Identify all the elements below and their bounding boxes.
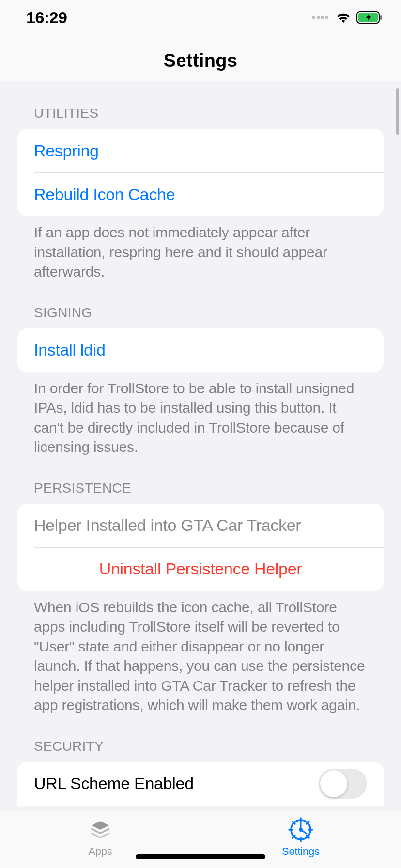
url-scheme-toggle[interactable]	[319, 769, 367, 799]
security-group: URL Scheme Enabled	[17, 762, 384, 806]
uninstall-persistence-button[interactable]: Uninstall Persistence Helper	[17, 547, 384, 591]
status-time: 16:29	[26, 8, 67, 27]
status-icons	[312, 11, 384, 24]
status-bar: 16:29	[0, 0, 401, 35]
section-header-persistence: PERSISTENCE	[0, 480, 401, 504]
battery-charging-icon	[356, 11, 384, 24]
signing-footer: In order for TrollStore to be able to in…	[0, 372, 401, 457]
signing-group: Install ldid	[17, 328, 384, 372]
section-header-utilities: UTILITIES	[0, 106, 401, 129]
url-scheme-cell[interactable]: URL Scheme Enabled	[17, 762, 384, 806]
rebuild-icon-cache-button[interactable]: Rebuild Icon Cache	[17, 172, 384, 216]
wifi-icon	[335, 11, 352, 24]
section-header-security: SECURITY	[0, 739, 401, 762]
persistence-status-cell: Helper Installed into GTA Car Tracker	[17, 504, 384, 547]
respring-button[interactable]: Respring	[17, 129, 384, 172]
settings-list[interactable]: UTILITIES Respring Rebuild Icon Cache If…	[0, 81, 401, 811]
home-indicator[interactable]	[136, 854, 265, 859]
switch-knob	[320, 770, 347, 797]
svg-line-14	[301, 830, 307, 834]
signing-section: SIGNING Install ldid In order for TrollS…	[0, 305, 401, 457]
tab-apps[interactable]: Apps	[0, 811, 200, 868]
rebuild-label: Rebuild Icon Cache	[34, 185, 175, 204]
persistence-footer: When iOS rebuilds the icon cache, all Tr…	[0, 591, 401, 715]
tab-settings[interactable]: Settings	[200, 811, 401, 868]
section-header-signing: SIGNING	[0, 305, 401, 328]
signal-dots-icon	[312, 16, 328, 19]
utilities-group: Respring Rebuild Icon Cache	[17, 129, 384, 216]
utilities-footer: If an app does not immediately appear af…	[0, 216, 401, 282]
tab-settings-label: Settings	[282, 845, 320, 858]
url-scheme-label: URL Scheme Enabled	[34, 774, 194, 793]
security-section: SECURITY URL Scheme Enabled	[0, 739, 401, 806]
install-ldid-label: Install ldid	[34, 341, 106, 359]
uninstall-label: Uninstall Persistence Helper	[99, 559, 302, 578]
svg-rect-1	[380, 15, 382, 20]
scroll-indicator	[396, 88, 399, 135]
install-ldid-button[interactable]: Install ldid	[17, 328, 384, 372]
tab-apps-label: Apps	[88, 845, 112, 858]
settings-gear-icon	[288, 817, 313, 842]
apps-stack-icon	[88, 817, 113, 842]
persistence-section: PERSISTENCE Helper Installed into GTA Ca…	[0, 480, 401, 715]
persistence-group: Helper Installed into GTA Car Tracker Un…	[17, 504, 384, 591]
utilities-section: UTILITIES Respring Rebuild Icon Cache If…	[0, 106, 401, 282]
tab-bar: Apps Settings	[0, 811, 401, 868]
page-title: Settings	[0, 50, 401, 71]
navigation-bar: Settings	[0, 35, 401, 81]
respring-label: Respring	[34, 141, 99, 160]
persistence-status-label: Helper Installed into GTA Car Tracker	[34, 516, 301, 535]
